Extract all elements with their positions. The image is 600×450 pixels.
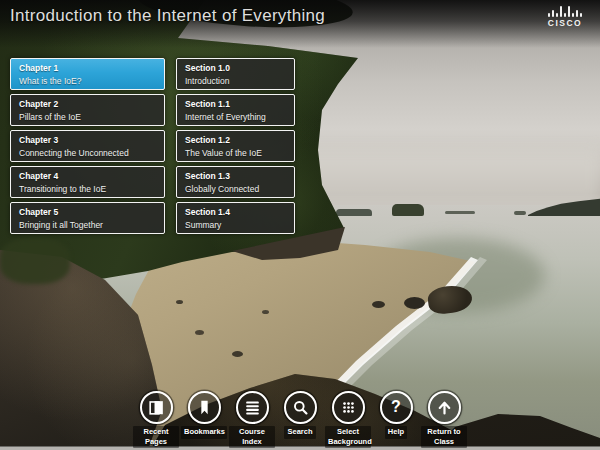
toolbar-item-help: ? Help (372, 391, 420, 448)
course-index-button[interactable] (236, 391, 269, 424)
chapter-4-button[interactable]: Chapter 4 Transitioning to the IoE (10, 166, 165, 198)
toolbar-label: Bookmarks (181, 426, 227, 438)
chapter-3-button[interactable]: Chapter 3 Connecting the Unconnected (10, 130, 165, 162)
course-menu-screen: Introduction to the Internet of Everythi… (0, 0, 600, 450)
chapter-1-button[interactable]: Chapter 1 What is the IoE? (10, 58, 165, 90)
chapter-label: Chapter 2 (19, 99, 156, 109)
toolbar-item-recent-pages: Recent Pages (132, 391, 180, 448)
chapter-2-button[interactable]: Chapter 2 Pillars of the IoE (10, 94, 165, 126)
toolbar-label: Course Index (229, 426, 275, 448)
help-button[interactable]: ? (380, 391, 413, 424)
chapter-title: Pillars of the IoE (19, 112, 156, 122)
chapter-label: Chapter 1 (19, 63, 156, 73)
section-1-0-button[interactable]: Section 1.0 Introduction (176, 58, 295, 90)
section-label: Section 1.2 (185, 135, 286, 145)
chapter-label: Chapter 3 (19, 135, 156, 145)
toolbar-label: Return to Class (421, 426, 467, 448)
toolbar-item-bookmarks: Bookmarks (180, 391, 228, 448)
section-title: Summary (185, 220, 286, 230)
search-icon (291, 398, 310, 417)
bottom-toolbar: Recent Pages Bookmarks Course Index (0, 391, 600, 448)
section-title: Introduction (185, 76, 286, 86)
chapter-title: Connecting the Unconnected (19, 148, 156, 158)
chapter-title: Transitioning to the IoE (19, 184, 156, 194)
course-index-icon (243, 398, 262, 417)
chapter-title: What is the IoE? (19, 76, 156, 86)
recent-pages-button[interactable] (140, 391, 173, 424)
recent-pages-icon (147, 398, 166, 417)
toolbar-label: Help (385, 426, 407, 438)
section-1-4-button[interactable]: Section 1.4 Summary (176, 202, 295, 234)
toolbar-label: Recent Pages (133, 426, 179, 448)
section-title: The Value of the IoE (185, 148, 286, 158)
section-label: Section 1.4 (185, 207, 286, 217)
section-label: Section 1.3 (185, 171, 286, 181)
chapter-label: Chapter 5 (19, 207, 156, 217)
toolbar-item-course-index: Course Index (228, 391, 276, 448)
toolbar-label: Search (284, 426, 315, 438)
toolbar-label: Select Background (325, 426, 371, 448)
section-title: Globally Connected (185, 184, 286, 194)
chapter-title: Bringing it all Together (19, 220, 156, 230)
chapter-5-button[interactable]: Chapter 5 Bringing it all Together (10, 202, 165, 234)
return-to-class-icon (435, 398, 454, 417)
course-menu: Chapter 1 What is the IoE? Chapter 2 Pil… (0, 0, 600, 450)
section-1-2-button[interactable]: Section 1.2 The Value of the IoE (176, 130, 295, 162)
bookmarks-icon (195, 398, 214, 417)
toolbar-item-select-background: Select Background (324, 391, 372, 448)
toolbar-item-search: Search (276, 391, 324, 448)
section-label: Section 1.0 (185, 63, 286, 73)
chapter-label: Chapter 4 (19, 171, 156, 181)
section-label: Section 1.1 (185, 99, 286, 109)
select-background-icon (339, 398, 358, 417)
search-button[interactable] (284, 391, 317, 424)
section-title: Internet of Everything (185, 112, 286, 122)
help-icon: ? (391, 399, 401, 416)
select-background-button[interactable] (332, 391, 365, 424)
toolbar-item-return-to-class: Return to Class (420, 391, 468, 448)
return-to-class-button[interactable] (428, 391, 461, 424)
bookmarks-button[interactable] (188, 391, 221, 424)
section-1-1-button[interactable]: Section 1.1 Internet of Everything (176, 94, 295, 126)
section-1-3-button[interactable]: Section 1.3 Globally Connected (176, 166, 295, 198)
